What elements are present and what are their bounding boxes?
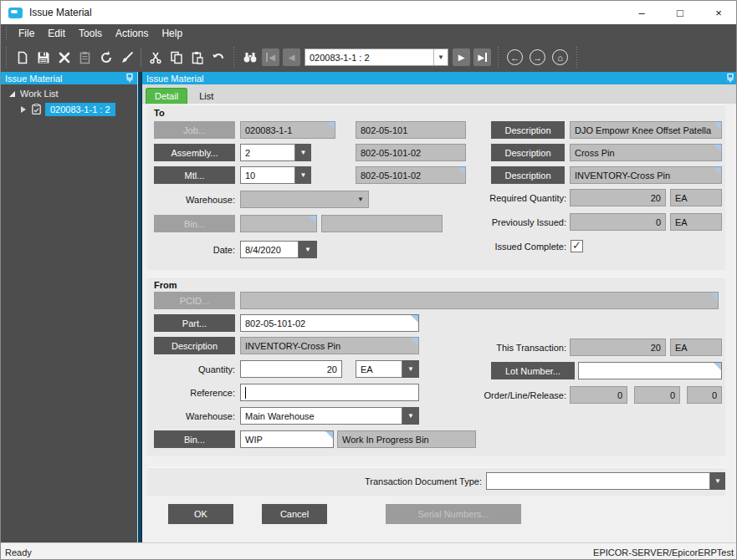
assembly-combo-dropdown[interactable]: ▼ <box>295 144 311 161</box>
toolbar-grip <box>232 47 236 68</box>
lot-number-button[interactable]: Lot Number... <box>491 362 575 379</box>
first-record-button[interactable]: ◀ <box>262 48 279 66</box>
part-button[interactable]: Part... <box>154 314 235 332</box>
mtl-description-button[interactable]: Description <box>491 166 565 184</box>
main-panel-header: Issue Material <box>142 72 737 84</box>
app-icon <box>8 8 23 18</box>
delete-icon[interactable] <box>54 48 74 68</box>
assembly-button[interactable]: Assembly... <box>154 144 235 161</box>
expander-closed-icon[interactable] <box>21 106 26 113</box>
from-warehouse-label: Warehouse: <box>101 407 235 425</box>
from-description-field: INVENTORY-Cross Pin <box>240 337 419 354</box>
search-icon[interactable] <box>239 48 260 68</box>
assembly-part-field: 802-05-101-02 <box>356 144 466 161</box>
prev-record-button[interactable]: ◀ <box>283 48 300 66</box>
issue-material-window: Issue Material – □ × File Edit Tools Act… <box>0 0 737 560</box>
chevron-down-icon[interactable]: ▼ <box>433 49 448 65</box>
tab-detail[interactable]: Detail <box>146 88 187 104</box>
mtl-combo-value[interactable]: 10 <box>240 166 295 184</box>
new-icon[interactable] <box>12 48 33 68</box>
required-quantity-field: 20 <box>570 189 666 206</box>
menu-help[interactable]: Help <box>155 26 189 41</box>
expander-open-icon[interactable] <box>9 91 15 97</box>
tab-list[interactable]: List <box>191 89 222 104</box>
tdt-label: Transaction Document Type: <box>235 472 482 490</box>
assembly-description-button[interactable]: Description <box>491 144 565 161</box>
tree-node-job[interactable]: 020083-1-1 : 2 <box>1 100 137 116</box>
previously-issued-uom: EA <box>670 213 722 231</box>
undo-icon[interactable] <box>207 48 228 68</box>
part-field[interactable]: 802-05-101-02 <box>240 314 419 332</box>
print-icon[interactable] <box>74 48 95 68</box>
to-group-label: To <box>154 108 165 118</box>
reference-label: Reference: <box>101 384 235 401</box>
tree-selected-item[interactable]: 020083-1-1 : 2 <box>45 103 115 116</box>
pin-icon[interactable] <box>727 74 734 83</box>
quantity-uom-combo[interactable]: EA <box>356 360 402 378</box>
paste-icon[interactable] <box>187 48 207 68</box>
date-label: Date: <box>101 241 235 258</box>
back-icon[interactable]: ← <box>507 49 523 65</box>
this-transaction-field: 20 <box>570 339 666 356</box>
work-list-tree: Work List 020083-1-1 : 2 <box>1 84 137 542</box>
menu-bar: File Edit Tools Actions Help <box>1 24 737 43</box>
close-button[interactable]: × <box>699 1 737 24</box>
to-bin-button: Bin... <box>154 215 235 232</box>
issued-complete-label: Issued Complete: <box>402 237 566 255</box>
title-bar: Issue Material – □ × <box>1 1 737 24</box>
menu-edit[interactable]: Edit <box>41 26 72 41</box>
required-quantity-label: Required Quantity: <box>402 189 566 206</box>
menu-tools[interactable]: Tools <box>72 26 109 41</box>
refresh-icon[interactable] <box>95 48 116 68</box>
save-icon[interactable] <box>33 48 54 68</box>
main-panel-title: Issue Material <box>146 74 203 84</box>
tree-node-work-list[interactable]: Work List <box>1 84 137 100</box>
to-warehouse-label: Warehouse: <box>101 191 235 208</box>
from-warehouse-combo[interactable]: Main Warehouse <box>240 407 402 425</box>
forward-icon[interactable]: → <box>530 49 545 65</box>
from-bin-button[interactable]: Bin... <box>154 430 235 448</box>
job-button: Job... <box>154 121 235 139</box>
quantity-field[interactable]: 20 <box>240 360 342 378</box>
ok-button[interactable]: OK <box>168 504 233 524</box>
line-field: 0 <box>634 386 680 404</box>
reference-field[interactable] <box>240 384 419 401</box>
status-bar: Ready EPICOR-SERVER/EpicorERPTest <box>1 542 737 560</box>
from-bin-field[interactable]: WIP <box>240 430 334 448</box>
issued-complete-checkbox[interactable] <box>571 240 583 252</box>
maximize-button[interactable]: □ <box>661 1 699 24</box>
job-document-icon <box>32 104 41 116</box>
next-record-button[interactable]: ▶ <box>453 48 470 66</box>
assembly-combo-value[interactable]: 2 <box>240 144 295 161</box>
record-selector[interactable]: 020083-1-1 : 2 ▼ <box>305 48 448 66</box>
mtl-description-field: INVENTORY-Cross Pin <box>570 166 722 184</box>
lot-number-field[interactable] <box>578 362 722 379</box>
tdt-combo[interactable] <box>486 472 710 490</box>
quantity-uom-dropdown[interactable]: ▼ <box>402 360 419 378</box>
job-description-button[interactable]: Description <box>491 121 565 139</box>
from-warehouse-dropdown[interactable]: ▼ <box>402 407 419 425</box>
cancel-button[interactable]: Cancel <box>262 504 327 524</box>
from-bin-description-field: Work In Progress Bin <box>337 430 476 448</box>
menu-file[interactable]: File <box>12 26 41 41</box>
date-dropdown[interactable]: ▼ <box>299 241 317 258</box>
pcid-button: PCID... <box>154 292 235 309</box>
from-description-button[interactable]: Description <box>154 337 235 354</box>
copy-icon[interactable] <box>166 48 187 68</box>
window-title: Issue Material <box>29 7 92 18</box>
date-field[interactable]: 8/4/2020 <box>240 241 299 258</box>
mtl-combo-dropdown[interactable]: ▼ <box>295 166 311 184</box>
tdt-dropdown[interactable]: ▼ <box>710 472 725 490</box>
mtl-button[interactable]: Mtl... <box>154 166 235 184</box>
chevron-down-icon[interactable]: ▼ <box>357 196 364 203</box>
menu-actions[interactable]: Actions <box>109 26 155 41</box>
clear-icon[interactable] <box>116 48 137 68</box>
pcid-field <box>240 292 719 309</box>
to-warehouse-combo[interactable]: ▼ <box>240 191 369 208</box>
cut-icon[interactable] <box>145 48 166 68</box>
this-transaction-uom: EA <box>670 339 722 356</box>
home-icon[interactable]: ⌂ <box>552 49 568 65</box>
minimize-button[interactable]: – <box>622 1 661 24</box>
pin-icon[interactable] <box>126 74 133 83</box>
last-record-button[interactable]: ▶ <box>473 48 491 66</box>
